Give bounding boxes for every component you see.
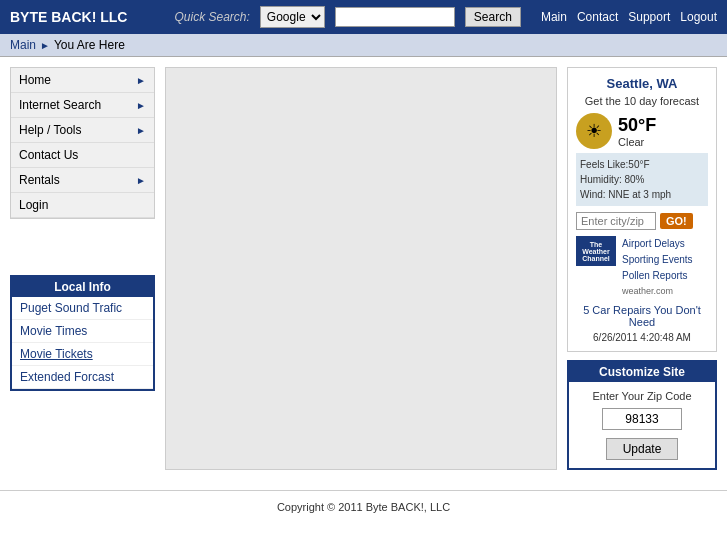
local-info-item-movie-times[interactable]: Movie Times — [12, 320, 153, 343]
weather-channel-logo: TheWeatherChannel — [576, 236, 616, 266]
local-info-item-movie-tickets[interactable]: Movie Tickets — [12, 343, 153, 366]
nav-contact[interactable]: Contact — [577, 10, 618, 24]
arrow-right-icon: ► — [136, 175, 146, 186]
sidebar-spacer — [10, 227, 155, 267]
arrow-right-icon: ► — [136, 125, 146, 136]
arrow-right-icon: ► — [136, 75, 146, 86]
weather-box: Seattle, WA Get the 10 day forecast ☀ 50… — [567, 67, 717, 352]
nav-item-home[interactable]: Home ► — [11, 68, 154, 93]
weather-main: ☀ 50°F Clear — [576, 113, 708, 149]
breadcrumb: Main ► You Are Here — [0, 34, 727, 57]
weather-link-pollen[interactable]: Pollen Reports — [622, 268, 693, 284]
breadcrumb-home[interactable]: Main — [10, 38, 36, 52]
main-layout: Home ► Internet Search ► Help / Tools ► … — [0, 57, 727, 480]
nav-support[interactable]: Support — [628, 10, 670, 24]
customize-label: Enter Your Zip Code — [577, 390, 707, 402]
brand-title: BYTE BACK! LLC — [10, 9, 127, 25]
left-sidebar: Home ► Internet Search ► Help / Tools ► … — [10, 67, 155, 470]
weather-zip-row: GO! — [576, 212, 708, 230]
header: BYTE BACK! LLC Quick Search: Google Bing… — [0, 0, 727, 34]
customize-header: Customize Site — [569, 362, 715, 382]
local-info-box: Local Info Puget Sound Trafic Movie Time… — [10, 275, 155, 391]
nav-main[interactable]: Main — [541, 10, 567, 24]
customize-content: Enter Your Zip Code Update — [569, 382, 715, 468]
weather-city: Seattle, WA — [576, 76, 708, 91]
weather-wind: Wind: NNE at 3 mph — [580, 187, 704, 202]
breadcrumb-arrow: ► — [40, 40, 50, 51]
weather-link-airport[interactable]: Airport Delays — [622, 236, 693, 252]
footer: Copyright © 2011 Byte BACK!, LLC — [0, 490, 727, 523]
weather-feels-like: Feels Like:50°F — [580, 157, 704, 172]
search-input[interactable] — [335, 7, 455, 27]
nav-item-login[interactable]: Login — [11, 193, 154, 218]
weather-temperature: 50°F — [618, 115, 656, 136]
local-info-item-puget[interactable]: Puget Sound Trafic — [12, 297, 153, 320]
right-sidebar: Seattle, WA Get the 10 day forecast ☀ 50… — [567, 67, 717, 470]
weather-details: Feels Like:50°F Humidity: 80% Wind: NNE … — [576, 153, 708, 206]
customize-box: Customize Site Enter Your Zip Code Updat… — [567, 360, 717, 470]
weather-link-sports[interactable]: Sporting Events — [622, 252, 693, 268]
weather-datetime: 6/26/2011 4:20:48 AM — [576, 332, 708, 343]
weather-temp-condition: 50°F Clear — [618, 115, 656, 148]
breadcrumb-current: You Are Here — [54, 38, 125, 52]
center-content — [165, 67, 557, 470]
local-info-item-extended-forcast[interactable]: Extended Forcast — [12, 366, 153, 389]
customize-zip-input[interactable] — [602, 408, 682, 430]
weather-channel-links: Airport Delays Sporting Events Pollen Re… — [622, 236, 693, 298]
quick-search-label: Quick Search: — [174, 10, 249, 24]
weather-channel-row: TheWeatherChannel Airport Delays Sportin… — [576, 236, 708, 298]
nav-item-rentals[interactable]: Rentals ► — [11, 168, 154, 193]
search-engine-select[interactable]: Google Bing Yahoo — [260, 6, 325, 28]
weather-channel-url: weather.com — [622, 284, 693, 298]
arrow-right-icon: ► — [136, 100, 146, 111]
weather-car-repairs[interactable]: 5 Car Repairs You Don't Need — [576, 304, 708, 328]
nav-item-help-tools[interactable]: Help / Tools ► — [11, 118, 154, 143]
footer-copyright: Copyright © 2011 Byte BACK!, LLC — [277, 501, 450, 513]
nav-menu: Home ► Internet Search ► Help / Tools ► … — [10, 67, 155, 219]
search-button[interactable]: Search — [465, 7, 521, 27]
weather-zip-input[interactable] — [576, 212, 656, 230]
nav-item-contact-us[interactable]: Contact Us — [11, 143, 154, 168]
header-nav: Main Contact Support Logout — [541, 10, 717, 24]
weather-icon: ☀ — [576, 113, 612, 149]
customize-update-button[interactable]: Update — [606, 438, 679, 460]
weather-humidity: Humidity: 80% — [580, 172, 704, 187]
nav-item-internet-search[interactable]: Internet Search ► — [11, 93, 154, 118]
weather-go-button[interactable]: GO! — [660, 213, 693, 229]
local-info-header: Local Info — [12, 277, 153, 297]
nav-logout[interactable]: Logout — [680, 10, 717, 24]
weather-condition: Clear — [618, 136, 656, 148]
weather-forecast-link[interactable]: Get the 10 day forecast — [576, 95, 708, 107]
